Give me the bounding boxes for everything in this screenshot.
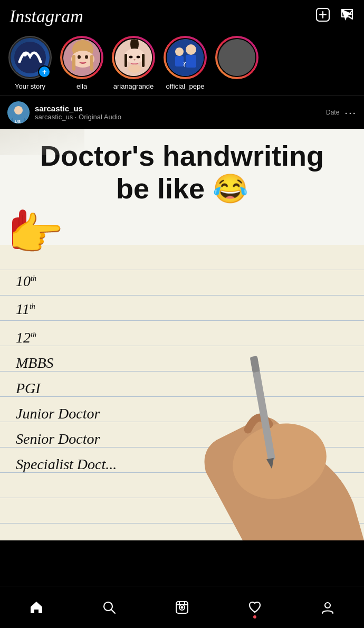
svg-point-8: [78, 55, 81, 59]
svg-point-9: [85, 55, 88, 59]
hw-line-6: Junior Doctor: [16, 401, 117, 426]
story-ella[interactable]: ella: [60, 36, 103, 90]
nav-home[interactable]: [23, 594, 50, 621]
svg-rect-25: [175, 56, 184, 66]
story-label-arianagrande: arianagrande: [113, 82, 154, 90]
hw-line-3: 12th: [16, 322, 117, 350]
hw-line-2: 11th: [16, 294, 117, 322]
hw-line-4: MBBS: [16, 350, 117, 376]
nav-likes[interactable]: [242, 594, 268, 621]
bottom-nav: [0, 586, 364, 628]
story-arianagrande[interactable]: arianagrande: [112, 36, 155, 90]
header-actions: [315, 7, 355, 26]
svg-text:US: US: [15, 119, 21, 123]
hand-pen-illustration: [164, 303, 364, 540]
svg-point-44: [325, 603, 330, 608]
post-content-area: Doctor's handwriting be like 😂 👉 10th 11…: [0, 129, 364, 540]
svg-point-40: [181, 606, 183, 608]
nav-profile[interactable]: [314, 594, 341, 621]
direct-messages-icon[interactable]: [340, 7, 355, 26]
svg-point-18: [137, 56, 140, 59]
meme-title-line2: be like 😂: [16, 172, 348, 205]
stories-row: + Your story: [0, 32, 364, 96]
svg-point-28: [14, 106, 23, 115]
post-container: US sarcastic_us sarcastic_us · Original …: [0, 96, 364, 540]
post-header: US sarcastic_us sarcastic_us · Original …: [0, 96, 364, 129]
story-your-story[interactable]: + Your story: [8, 36, 52, 90]
story-label-official-pepe: official_pepe: [166, 82, 205, 90]
svg-point-24: [186, 44, 196, 55]
svg-rect-34: [250, 356, 260, 373]
story-label-ella: ella: [76, 82, 87, 90]
svg-point-14: [124, 49, 145, 63]
svg-point-19: [128, 64, 141, 73]
hw-line-8: Specialist Doct...: [16, 452, 117, 477]
hw-line-1: 10th: [16, 266, 117, 294]
app-logo: Instagram: [9, 6, 83, 26]
hand-pointer-emoji: 👉: [8, 208, 64, 261]
svg-rect-16: [142, 54, 145, 67]
svg-rect-26: [186, 55, 196, 68]
svg-rect-11: [90, 55, 93, 71]
post-more-options[interactable]: ···: [344, 107, 357, 119]
story-extra[interactable]: [215, 36, 258, 90]
svg-line-37: [111, 610, 115, 613]
hw-line-7: Senior Doctor: [16, 426, 117, 452]
nav-likes-dot: [253, 615, 256, 619]
add-story-button[interactable]: +: [38, 65, 51, 78]
post-subtitle: sarcastic_us · Original Audio: [35, 113, 326, 121]
svg-point-23: [175, 47, 184, 56]
svg-point-17: [129, 56, 133, 59]
post-date: Date: [326, 109, 339, 116]
story-official-pepe[interactable]: ORT official_pepe: [164, 36, 207, 90]
post-username[interactable]: sarcastic_us: [35, 104, 326, 113]
nav-search[interactable]: [96, 594, 122, 621]
post-avatar[interactable]: US: [7, 101, 30, 123]
svg-rect-10: [72, 55, 75, 71]
paper-corner: [0, 129, 84, 155]
svg-point-4: [23, 52, 27, 56]
svg-rect-15: [124, 54, 127, 67]
app-header: Instagram: [0, 0, 364, 32]
handwriting-list: 10th 11th 12th MBBS PGI Junior Doctor Se…: [16, 266, 117, 477]
hw-line-5: PGI: [16, 376, 117, 401]
nav-reels[interactable]: [169, 594, 195, 621]
create-post-icon[interactable]: [315, 7, 330, 26]
post-user-info: sarcastic_us sarcastic_us · Original Aud…: [35, 104, 326, 121]
story-label-your-story: Your story: [15, 82, 45, 90]
